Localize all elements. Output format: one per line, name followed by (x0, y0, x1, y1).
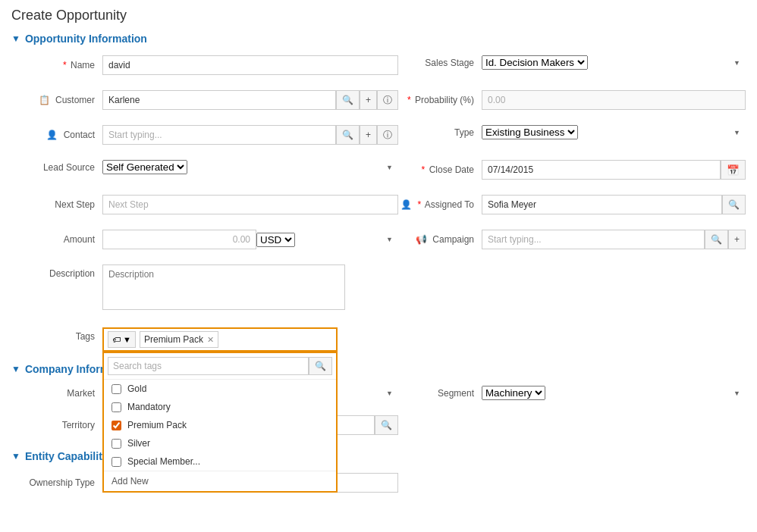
segment-select[interactable]: Machinery (482, 386, 545, 400)
territory-search-btn[interactable]: 🔍 (375, 415, 398, 435)
tag-item-premiumpack[interactable]: Premium Pack (104, 416, 336, 434)
right-closedate: * Close Date 📅 (398, 160, 746, 187)
tag-item-silver[interactable]: Silver (104, 434, 336, 452)
tag-item-specialmember[interactable]: Special Member... (104, 452, 336, 471)
nextstep-input-wrapper (102, 195, 398, 214)
label-campaign: 📢 Campaign (398, 234, 482, 245)
closedate-input[interactable] (482, 160, 721, 180)
campaign-search-btn[interactable]: 🔍 (705, 230, 728, 249)
customer-search-btn[interactable]: 🔍 (336, 90, 360, 110)
probability-input[interactable] (482, 90, 746, 110)
tag-pill-remove[interactable]: ✕ (207, 335, 214, 345)
amount-input-wrapper: USD (102, 230, 398, 249)
tags-section: Tags 🏷 ▼ Premium Pack ✕ 🔍 (19, 327, 746, 352)
row-leadsource-closedate: Lead Source Self Generated * Close Date … (19, 160, 746, 187)
opportunity-form-body: * Name Sales Stage Id. Decision Makers (11, 55, 746, 352)
right-campaign: 📢 Campaign 🔍 + (398, 230, 746, 257)
leadsource-select-container: Self Generated (102, 160, 398, 174)
currency-select-container: USD (256, 233, 398, 247)
label-territory: Territory (19, 420, 102, 430)
salesstage-select[interactable]: Id. Decision Makers (482, 55, 588, 70)
label-contact: 👤 Contact (19, 130, 102, 140)
calendar-btn[interactable]: 📅 (721, 160, 746, 180)
closedate-input-wrapper: 📅 (482, 160, 746, 180)
campaign-icon: 📢 (416, 234, 427, 245)
label-nextstep: Next Step (19, 199, 102, 210)
row-name-salesstage: * Name Sales Stage Id. Decision Makers (19, 55, 746, 83)
field-type: Type Existing Business (398, 125, 746, 139)
field-campaign: 📢 Campaign 🔍 + (398, 230, 746, 249)
assignedto-search-btn[interactable]: 🔍 (722, 195, 746, 214)
contact-info-btn[interactable]: ⓘ (377, 125, 398, 145)
tag-checkbox-silver[interactable] (112, 439, 121, 449)
label-probability: * Probability (%) (398, 95, 482, 105)
left-amount: Amount USD (19, 230, 398, 257)
page-container: Create Opportunity ▼ Opportunity Informa… (0, 0, 757, 515)
label-market: Market (19, 388, 102, 399)
tags-search-btn[interactable]: 🔍 (309, 357, 332, 375)
type-select[interactable]: Existing Business (482, 125, 578, 139)
field-amount: Amount USD (19, 230, 398, 249)
tag-label-premiumpack: Premium Pack (127, 420, 187, 430)
description-left: Description (19, 264, 398, 320)
nextstep-input[interactable] (102, 195, 398, 214)
tags-icon-btn[interactable]: 🏷 ▼ (108, 331, 136, 348)
tag-label-silver: Silver (127, 438, 150, 449)
row-description: Description (19, 264, 746, 320)
salesstage-select-container: Id. Decision Makers (482, 55, 746, 70)
collapse-arrow-opportunity: ▼ (11, 33, 20, 44)
currency-select[interactable]: USD (256, 233, 295, 247)
label-assignedto: 👤 * Assigned To (398, 199, 482, 210)
label-ownershiptype: Ownership Type (19, 477, 102, 488)
tags-search-input[interactable] (108, 357, 309, 375)
row-customer-probability: 📋 Customer 🔍 + ⓘ * Probability (%) (19, 90, 746, 117)
campaign-input-wrapper: 🔍 + (482, 230, 746, 249)
tags-add-new[interactable]: Add New (104, 471, 336, 491)
tag-checkbox-mandatory[interactable] (112, 402, 121, 412)
customer-info-btn[interactable]: ⓘ (377, 90, 398, 110)
contact-search-btn[interactable]: 🔍 (336, 125, 360, 145)
row-nextstep-assignedto: Next Step 👤 * Assigned To 🔍 (19, 195, 746, 222)
label-tags: Tags (19, 327, 102, 342)
tag-checkbox-specialmember[interactable] (112, 457, 121, 467)
required-closedate: * (422, 164, 426, 175)
field-segment: Segment Machinery (398, 386, 746, 400)
tag-checkbox-gold[interactable] (112, 384, 121, 394)
left-leadsource: Lead Source Self Generated (19, 160, 398, 182)
customer-add-btn[interactable]: + (360, 90, 377, 110)
contact-add-btn[interactable]: + (360, 125, 377, 145)
label-leadsource: Lead Source (19, 162, 102, 173)
field-name: * Name (19, 55, 398, 75)
right-segment: Segment Machinery (398, 386, 746, 408)
right-probability: * Probability (%) (398, 90, 746, 117)
tag-item-mandatory[interactable]: Mandatory (104, 398, 336, 416)
contact-input[interactable] (102, 125, 336, 145)
required-name: * (63, 60, 67, 70)
right-assignedto: 👤 * Assigned To 🔍 (398, 195, 746, 222)
section-opportunity[interactable]: ▼ Opportunity Information (11, 33, 746, 45)
tag-checkbox-premiumpack[interactable] (112, 421, 121, 430)
tag-label-gold: Gold (127, 383, 146, 394)
tag-item-gold[interactable]: Gold (104, 380, 336, 398)
description-input-wrapper (102, 264, 345, 312)
tags-bar[interactable]: 🏷 ▼ Premium Pack ✕ (102, 327, 338, 352)
field-probability: * Probability (%) (398, 90, 746, 110)
leadsource-select[interactable]: Self Generated (102, 160, 187, 174)
label-amount: Amount (19, 234, 102, 245)
label-segment: Segment (398, 388, 482, 399)
assignedto-input[interactable] (482, 195, 722, 214)
field-nextstep: Next Step (19, 195, 398, 214)
row-contact-type: 👤 Contact 🔍 + ⓘ Type Exi (19, 125, 746, 152)
tag-pill-premium: Premium Pack ✕ (140, 331, 218, 348)
customer-input[interactable] (102, 90, 336, 110)
campaign-add-btn[interactable]: + (728, 230, 746, 249)
amount-input[interactable] (102, 230, 256, 249)
description-textarea[interactable] (102, 264, 345, 310)
collapse-arrow-entity: ▼ (11, 451, 20, 462)
name-input[interactable] (102, 55, 398, 75)
assigned-icon: 👤 (400, 199, 412, 210)
label-type: Type (398, 127, 482, 138)
campaign-input[interactable] (482, 230, 705, 249)
segment-select-container: Machinery (482, 386, 746, 400)
input-name-wrapper (102, 55, 398, 75)
